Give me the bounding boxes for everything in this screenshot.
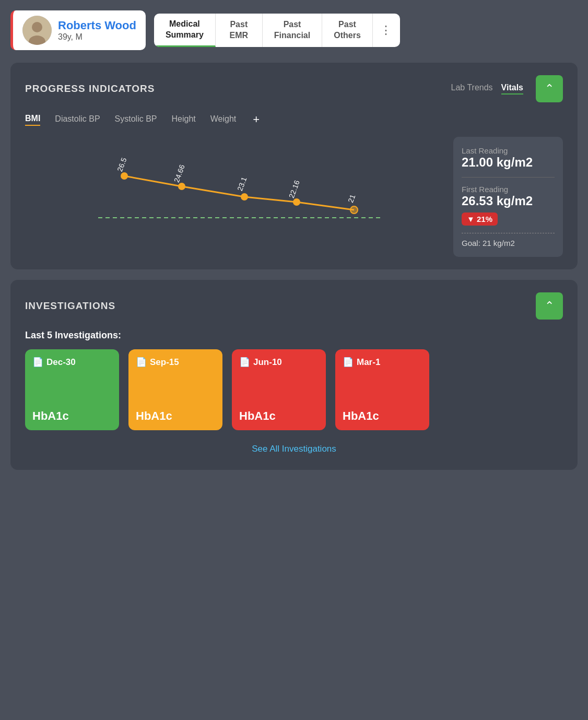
tab-medical-summary[interactable]: MedicalSummary — [154, 14, 216, 48]
last-reading-value: 21.00 kg/m2 — [462, 155, 555, 170]
investigations-card: INVESTIGATIONS ⌃ Last 5 Investigations: … — [10, 280, 578, 470]
metric-tab-diastolic[interactable]: Diastolic BP — [55, 114, 100, 125]
metric-tab-height[interactable]: Height — [172, 114, 196, 125]
svg-text:26.5: 26.5 — [115, 157, 128, 173]
chevron-up-icon: ⌃ — [545, 82, 554, 96]
metric-tab-systolic[interactable]: Systolic BP — [115, 114, 157, 125]
patient-name: Roberts Wood — [58, 19, 136, 32]
investigation-item-2[interactable]: 📄 Jun-10 HbA1c — [232, 349, 326, 430]
file-icon-2: 📄 — [239, 357, 250, 368]
chart-area: 26.5 24.66 23.1 22.16 21 Last Reading 21… — [25, 137, 563, 257]
svg-text:22.16: 22.16 — [287, 179, 301, 199]
tab-past-others[interactable]: PastOthers — [322, 14, 373, 48]
investigations-title: INVESTIGATIONS — [25, 300, 115, 312]
svg-point-8 — [350, 206, 358, 214]
tab-past-emr[interactable]: PastEMR — [216, 14, 263, 48]
svg-point-5 — [178, 183, 185, 190]
inv-name-2: HbA1c — [239, 409, 319, 423]
progress-collapse-button[interactable]: ⌃ — [536, 75, 563, 102]
inv-name-1: HbA1c — [136, 409, 215, 423]
progress-header-right: Lab Trends Vitals ⌃ — [451, 75, 563, 102]
inv-date-1: 📄 Sep-15 — [136, 357, 215, 368]
svg-text:21: 21 — [346, 193, 357, 204]
file-icon-0: 📄 — [32, 357, 43, 368]
change-badge: ▼ 21% — [462, 213, 498, 226]
change-pct-text: ▼ 21% — [467, 215, 492, 223]
inv-date-3: 📄 Mar-1 — [343, 357, 422, 368]
reading-divider — [462, 177, 555, 178]
add-metric-button[interactable]: + — [253, 113, 260, 126]
see-all-investigations[interactable]: See All Investigations — [25, 441, 563, 457]
vitals-toggle[interactable]: Vitals — [501, 83, 523, 95]
last-reading-label: Last Reading — [462, 146, 555, 155]
avatar — [22, 16, 52, 45]
tab-past-financial[interactable]: PastFinancial — [263, 14, 322, 48]
inv-name-3: HbA1c — [343, 409, 422, 423]
header: Roberts Wood 39y, M MedicalSummary PastE… — [10, 10, 578, 50]
investigation-item-1[interactable]: 📄 Sep-15 HbA1c — [128, 349, 222, 430]
inv-date-0: 📄 Dec-30 — [32, 357, 112, 368]
tab-more-button[interactable]: ⋮ — [373, 14, 400, 48]
investigation-item-0[interactable]: 📄 Dec-30 HbA1c — [25, 349, 119, 430]
investigations-collapse-button[interactable]: ⌃ — [536, 292, 563, 320]
inv-name-0: HbA1c — [32, 409, 112, 423]
file-icon-1: 📄 — [136, 357, 147, 368]
metric-tab-bmi[interactable]: BMI — [25, 114, 40, 126]
patient-card: Roberts Wood 39y, M — [10, 10, 146, 50]
lab-trends-toggle[interactable]: Lab Trends — [451, 83, 493, 95]
svg-text:24.66: 24.66 — [172, 163, 186, 184]
investigations-header: INVESTIGATIONS ⌃ — [25, 292, 563, 320]
svg-point-7 — [293, 198, 300, 206]
progress-indicators-card: PROGRESS INDICATORS Lab Trends Vitals ⌃ … — [10, 63, 578, 269]
bmi-chart: 26.5 24.66 23.1 22.16 21 — [25, 137, 453, 252]
file-icon-3: 📄 — [343, 357, 354, 368]
investigation-item-3[interactable]: 📄 Mar-1 HbA1c — [335, 349, 429, 430]
inv-date-2: 📄 Jun-10 — [239, 357, 319, 368]
first-reading-value: 26.53 kg/m2 — [462, 194, 555, 208]
svg-text:23.1: 23.1 — [236, 176, 248, 192]
investigations-grid: 📄 Dec-30 HbA1c 📄 Sep-15 HbA1c 📄 Jun-10 H… — [25, 349, 563, 430]
view-toggle: Lab Trends Vitals — [451, 83, 523, 95]
svg-point-1 — [32, 22, 42, 32]
svg-point-4 — [121, 172, 128, 180]
svg-point-6 — [241, 193, 248, 200]
tab-bar: MedicalSummary PastEMR PastFinancial Pas… — [154, 14, 400, 48]
progress-title: PROGRESS INDICATORS — [25, 83, 155, 95]
goal-text: Goal: 21 kg/m2 — [462, 233, 555, 247]
metric-tab-weight[interactable]: Weight — [210, 114, 237, 125]
progress-header: PROGRESS INDICATORS Lab Trends Vitals ⌃ — [25, 75, 563, 102]
first-reading-label: First Reading — [462, 185, 555, 194]
chevron-up-icon-inv: ⌃ — [545, 299, 554, 313]
last5-label: Last 5 Investigations: — [25, 330, 563, 341]
reading-panel: Last Reading 21.00 kg/m2 First Reading 2… — [453, 137, 563, 257]
patient-meta: 39y, M — [58, 32, 136, 42]
metric-tabs: BMI Diastolic BP Systolic BP Height Weig… — [25, 113, 563, 126]
